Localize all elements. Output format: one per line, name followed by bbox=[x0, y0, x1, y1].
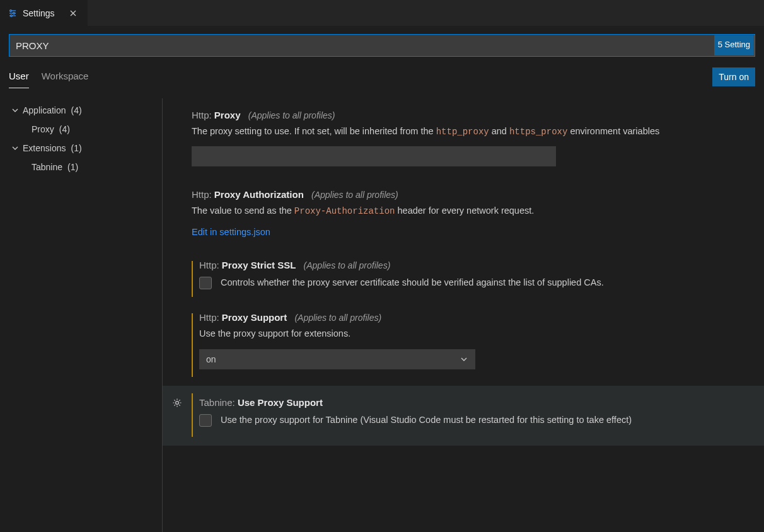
settings-sync-button[interactable]: Turn on bbox=[712, 67, 755, 86]
edit-in-settings-json-link[interactable]: Edit in settings.json bbox=[192, 227, 270, 237]
tab-label: Settings bbox=[23, 8, 55, 18]
svg-point-5 bbox=[11, 14, 13, 16]
settings-content: Application (4) Proxy (4) Extensions (1)… bbox=[0, 88, 764, 532]
toc-count: (4) bbox=[71, 105, 82, 115]
chevron-down-icon bbox=[10, 144, 20, 152]
settings-list-icon bbox=[8, 8, 18, 18]
setting-title: Http: Proxy (Applies to all profiles) bbox=[192, 110, 764, 120]
setting-http-proxy-support: Http: Proxy Support (Applies to all prof… bbox=[192, 306, 764, 386]
setting-checkbox[interactable] bbox=[199, 414, 212, 427]
setting-title: Http: Proxy Support (Applies to all prof… bbox=[199, 312, 764, 323]
setting-checkbox[interactable] bbox=[199, 277, 212, 289]
setting-http-proxy-strict-ssl: Http: Proxy Strict SSL (Applies to all p… bbox=[192, 253, 764, 306]
setting-http-proxy: Http: Proxy (Applies to all profiles) Th… bbox=[192, 103, 764, 183]
toc-count: (4) bbox=[59, 124, 70, 134]
toc-count: (1) bbox=[67, 162, 78, 172]
settings-search-container: 5 Setting bbox=[0, 26, 764, 62]
chevron-down-icon bbox=[460, 355, 468, 364]
toc-label: Extensions bbox=[23, 143, 66, 153]
toc-label: Proxy bbox=[32, 124, 54, 134]
settings-scope-row: User Workspace Turn on bbox=[0, 62, 764, 88]
select-value: on bbox=[206, 354, 216, 364]
toc-item-proxy[interactable]: Proxy (4) bbox=[10, 120, 162, 139]
toc-item-tabnine[interactable]: Tabnine (1) bbox=[10, 158, 162, 176]
setting-http-proxy-authorization: Http: Proxy Authorization (Applies to al… bbox=[192, 183, 764, 253]
scope-tab-user[interactable]: User bbox=[9, 66, 29, 88]
tab-settings[interactable]: Settings bbox=[0, 0, 88, 26]
settings-search-input[interactable] bbox=[9, 34, 755, 57]
svg-point-3 bbox=[10, 9, 12, 11]
setting-checkbox-label: Use the proxy support for Tabnine (Visua… bbox=[221, 413, 632, 427]
toc-label: Tabnine bbox=[32, 162, 62, 172]
search-result-count: 5 Setting bbox=[714, 35, 754, 55]
toc-item-extensions[interactable]: Extensions (1) bbox=[10, 139, 162, 158]
scope-tab-workspace[interactable]: Workspace bbox=[42, 66, 89, 88]
svg-point-8 bbox=[176, 402, 179, 405]
setting-tabnine-use-proxy-support: Tabnine: Use Proxy Support Use the proxy… bbox=[163, 386, 764, 446]
settings-toc: Application (4) Proxy (4) Extensions (1)… bbox=[0, 98, 163, 532]
setting-description: Use the proxy support for extensions. bbox=[199, 327, 764, 340]
editor-tab-bar: Settings bbox=[0, 0, 764, 26]
toc-item-application[interactable]: Application (4) bbox=[10, 101, 162, 120]
setting-text-input[interactable] bbox=[192, 146, 556, 166]
chevron-down-icon bbox=[10, 107, 20, 114]
gear-icon[interactable] bbox=[171, 397, 183, 408]
setting-title: Http: Proxy Authorization (Applies to al… bbox=[192, 189, 764, 200]
svg-point-4 bbox=[13, 12, 15, 14]
toc-label: Application bbox=[23, 105, 66, 115]
setting-title: Http: Proxy Strict SSL (Applies to all p… bbox=[199, 260, 764, 270]
settings-list: Http: Proxy (Applies to all profiles) Th… bbox=[163, 98, 764, 532]
setting-title: Tabnine: Use Proxy Support bbox=[199, 397, 764, 408]
setting-select[interactable]: on bbox=[199, 349, 475, 369]
setting-description: The proxy setting to use. If not set, wi… bbox=[192, 124, 764, 139]
setting-description: The value to send as the Proxy-Authoriza… bbox=[192, 204, 764, 218]
toc-count: (1) bbox=[71, 143, 81, 153]
close-icon[interactable] bbox=[66, 8, 80, 19]
setting-checkbox-label: Controls whether the proxy server certif… bbox=[221, 275, 604, 289]
